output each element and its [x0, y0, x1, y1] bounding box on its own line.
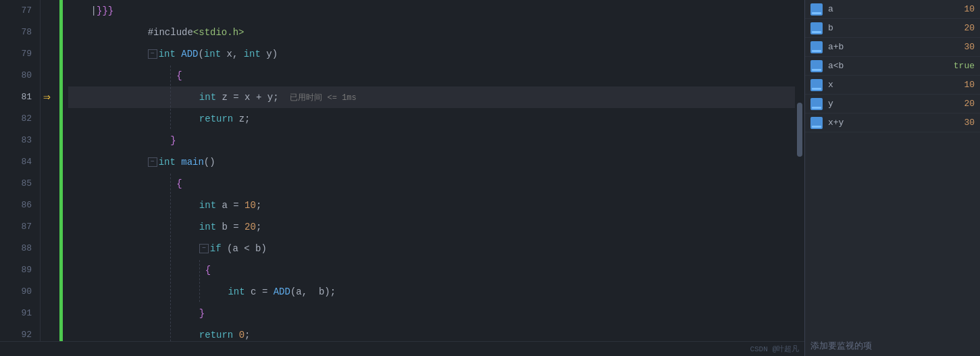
watch-value-a: 10: [948, 4, 975, 14]
watch-icon-x: [810, 79, 823, 91]
arrow-column: ⇒: [41, 0, 59, 341]
watch-icon-a: [810, 3, 823, 16]
editor-area: 77 78 79 80 81 82 83 84 85 86 87 88 89 9…: [0, 0, 804, 356]
watch-panel: a 10 b 20 a+b 30 a<b true x 10 y 20: [804, 0, 980, 356]
watch-icon-b: [810, 22, 823, 34]
watch-row-apb: a+b 30: [805, 38, 980, 57]
line-num-78: 78: [0, 22, 32, 43]
code-line-82: return z;: [68, 108, 795, 130]
watch-row-altb: a<b true: [805, 57, 980, 76]
code-lines: |}}} #include<stdio.h> −int ADD(int x, i…: [63, 0, 795, 341]
line-num-83: 83: [0, 130, 32, 151]
watch-table: a 10 b 20 a+b 30 a<b true x 10 y 20: [805, 0, 980, 336]
line-num-90: 90: [0, 281, 32, 303]
line-num-79: 79: [0, 43, 32, 65]
line-num-88: 88: [0, 238, 32, 259]
watch-icon-xpy: [810, 117, 823, 129]
watch-add-button[interactable]: 添加要监视的项: [805, 336, 980, 356]
watch-name-x: x: [828, 80, 948, 90]
line-num-82: 82: [0, 108, 32, 130]
watch-name-altb: a<b: [828, 61, 948, 71]
watch-icon-altb: [810, 60, 823, 72]
watch-name-a: a: [828, 4, 948, 14]
watch-row-a: a 10: [805, 0, 980, 19]
csdn-watermark: CSDN @叶超凡: [750, 344, 799, 354]
line-num-86: 86: [0, 195, 32, 216]
watch-name-b: b: [828, 23, 948, 33]
line-num-89: 89: [0, 259, 32, 281]
line-numbers: 77 78 79 80 81 82 83 84 85 86 87 88 89 9…: [0, 0, 41, 341]
watch-row-b: b 20: [805, 19, 980, 38]
line-num-85: 85: [0, 173, 32, 195]
debug-arrow: ⇒: [43, 86, 51, 108]
watch-icon-apb: [810, 41, 823, 53]
watch-value-xpy: 30: [948, 118, 975, 128]
watch-row-xpy: x+y 30: [805, 113, 980, 132]
scrollbar-thumb[interactable]: [797, 103, 802, 157]
line-num-91: 91: [0, 303, 32, 324]
watch-value-b: 20: [948, 23, 975, 33]
watch-name-xpy: x+y: [828, 118, 948, 128]
watch-name-y: y: [828, 99, 948, 109]
line-num-80: 80: [0, 65, 32, 86]
watch-name-apb: a+b: [828, 42, 948, 52]
watch-row-x: x 10: [805, 76, 980, 95]
line-num-81: 81: [0, 86, 32, 108]
watch-icon-y: [810, 98, 823, 110]
watch-value-x: 10: [948, 80, 975, 90]
watch-value-apb: 30: [948, 42, 975, 52]
watch-value-y: 20: [948, 99, 975, 109]
line-num-92: 92: [0, 324, 32, 341]
line-num-77: 77: [0, 0, 32, 22]
line-num-87: 87: [0, 216, 32, 238]
scrollbar[interactable]: [795, 0, 804, 341]
watch-row-y: y 20: [805, 95, 980, 113]
watch-value-altb: true: [948, 61, 975, 71]
line-num-84: 84: [0, 151, 32, 173]
code-line-92: return 0;: [68, 324, 795, 341]
bottom-status-bar: CSDN @叶超凡: [0, 341, 804, 356]
timing-comment: 已用时间 <= 1ms: [290, 93, 356, 103]
line-92-content: return 0;: [68, 303, 250, 341]
code-container: 77 78 79 80 81 82 83 84 85 86 87 88 89 9…: [0, 0, 804, 341]
